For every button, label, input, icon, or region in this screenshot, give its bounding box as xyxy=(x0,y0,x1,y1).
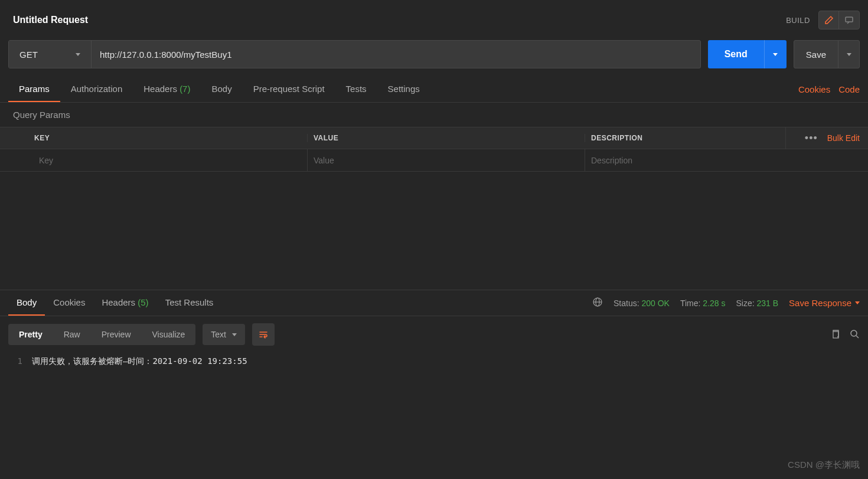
header-bar: Untitled Request BUILD xyxy=(0,0,868,40)
globe-icon[interactable] xyxy=(592,297,603,309)
view-tab-visualize[interactable]: Visualize xyxy=(142,324,196,345)
svg-line-6 xyxy=(856,336,859,338)
svg-rect-0 xyxy=(846,17,853,22)
bulk-edit-link[interactable]: Bulk Edit xyxy=(827,133,860,143)
controls-right xyxy=(830,329,860,341)
status-label: Status: xyxy=(614,298,639,308)
chevron-down-icon xyxy=(76,53,80,56)
comment-button[interactable] xyxy=(839,11,859,29)
time-label: Time: xyxy=(680,298,700,308)
line-number: 1 xyxy=(8,356,32,367)
col-desc-header: DESCRIPTION xyxy=(585,134,785,142)
code-link[interactable]: Code xyxy=(838,84,860,94)
send-dropdown[interactable] xyxy=(764,40,787,68)
request-bar: GET Send Save xyxy=(0,40,868,77)
status-info: Status: 200 OK xyxy=(614,298,670,308)
tab-headers-label: Headers xyxy=(143,84,177,94)
chevron-down-icon xyxy=(855,301,860,304)
col-key-header: KEY xyxy=(30,134,307,142)
response-tabs: Body Cookies Headers (5) Test Results xyxy=(8,290,221,316)
cell-key xyxy=(30,156,307,165)
view-tab-preview[interactable]: Preview xyxy=(91,324,142,345)
chevron-down-icon xyxy=(232,333,237,336)
size-info: Size: 231 B xyxy=(736,298,778,308)
request-tabs: Params Authorization Headers (7) Body Pr… xyxy=(8,77,430,102)
resp-tab-headers-label: Headers xyxy=(102,297,135,307)
key-input[interactable] xyxy=(39,156,307,165)
send-button-group: Send xyxy=(708,40,787,68)
pencil-icon xyxy=(824,15,834,25)
resp-tab-headers[interactable]: Headers (5) xyxy=(93,290,156,316)
tab-prerequest[interactable]: Pre-request Script xyxy=(243,77,335,102)
format-value: Text xyxy=(211,330,226,339)
request-links: Cookies Code xyxy=(798,84,860,94)
header-button-group xyxy=(818,11,860,29)
save-button[interactable]: Save xyxy=(794,41,838,68)
status-value: 200 OK xyxy=(641,298,669,308)
more-icon[interactable]: ••• xyxy=(805,132,818,145)
save-response-link[interactable]: Save Response xyxy=(789,298,860,308)
view-tab-pretty[interactable]: Pretty xyxy=(8,324,53,345)
table-header: KEY VALUE DESCRIPTION ••• Bulk Edit xyxy=(0,127,868,149)
spacer xyxy=(0,172,868,290)
tab-authorization[interactable]: Authorization xyxy=(60,77,133,102)
comment-icon xyxy=(844,15,854,25)
params-table: KEY VALUE DESCRIPTION ••• Bulk Edit xyxy=(0,127,868,172)
response-header: Body Cookies Headers (5) Test Results St… xyxy=(0,290,868,316)
view-tabs: Pretty Raw Preview Visualize xyxy=(8,324,195,345)
watermark: CSDN @李长渊哦 xyxy=(788,460,860,471)
search-icon xyxy=(849,329,860,339)
method-select[interactable]: GET xyxy=(9,41,92,68)
request-tabs-bar: Params Authorization Headers (7) Body Pr… xyxy=(0,77,868,103)
line-content[interactable]: 调用失败，该服务被熔断—时间：2021-09-02 19:23:55 xyxy=(32,356,247,367)
response-body: 1 调用失败，该服务被熔断—时间：2021-09-02 19:23:55 xyxy=(0,353,868,370)
tab-settings[interactable]: Settings xyxy=(377,77,430,102)
cell-desc xyxy=(585,149,868,171)
header-actions: BUILD xyxy=(786,11,860,29)
response-info: Status: 200 OK Time: 2.28 s Size: 231 B … xyxy=(592,297,860,309)
tab-params[interactable]: Params xyxy=(8,77,60,102)
send-button[interactable]: Send xyxy=(708,40,764,68)
build-label[interactable]: BUILD xyxy=(786,16,810,25)
cookies-link[interactable]: Cookies xyxy=(798,84,830,94)
resp-tab-headers-count: (5) xyxy=(138,297,148,307)
url-input[interactable] xyxy=(92,41,700,68)
wrap-button[interactable] xyxy=(252,323,275,346)
chevron-down-icon xyxy=(773,53,778,56)
search-button[interactable] xyxy=(849,329,860,341)
time-value: 2.28 s xyxy=(703,298,725,308)
time-info: Time: 2.28 s xyxy=(680,298,726,308)
copy-button[interactable] xyxy=(830,329,841,341)
request-title: Untitled Request xyxy=(13,15,88,25)
value-input[interactable] xyxy=(314,156,585,165)
size-value: 231 B xyxy=(757,298,779,308)
size-label: Size: xyxy=(736,298,754,308)
resp-tab-cookies[interactable]: Cookies xyxy=(45,290,93,316)
view-controls: Pretty Raw Preview Visualize Text xyxy=(0,316,868,353)
svg-point-5 xyxy=(851,330,857,336)
table-row xyxy=(0,149,868,172)
controls-left: Pretty Raw Preview Visualize Text xyxy=(8,323,275,346)
format-select[interactable]: Text xyxy=(203,324,245,345)
copy-icon xyxy=(830,329,841,339)
resp-tab-test-results[interactable]: Test Results xyxy=(157,290,222,316)
method-value: GET xyxy=(19,50,38,60)
cell-value xyxy=(307,149,585,171)
save-response-label: Save Response xyxy=(789,298,851,308)
wrap-icon xyxy=(258,329,269,340)
tab-body[interactable]: Body xyxy=(201,77,242,102)
save-button-group: Save xyxy=(794,40,860,68)
tab-headers[interactable]: Headers (7) xyxy=(133,77,201,102)
col-value-header: VALUE xyxy=(307,134,585,142)
tab-headers-count: (7) xyxy=(180,84,190,94)
desc-input[interactable] xyxy=(591,156,868,165)
col-actions: ••• Bulk Edit xyxy=(785,127,868,149)
chevron-down-icon xyxy=(847,53,851,56)
edit-button[interactable] xyxy=(819,11,839,29)
query-params-label: Query Params xyxy=(0,103,868,127)
tab-tests[interactable]: Tests xyxy=(335,77,377,102)
method-url-group: GET xyxy=(8,40,701,68)
view-tab-raw[interactable]: Raw xyxy=(53,324,91,345)
resp-tab-body[interactable]: Body xyxy=(8,290,45,316)
save-dropdown[interactable] xyxy=(838,41,859,68)
